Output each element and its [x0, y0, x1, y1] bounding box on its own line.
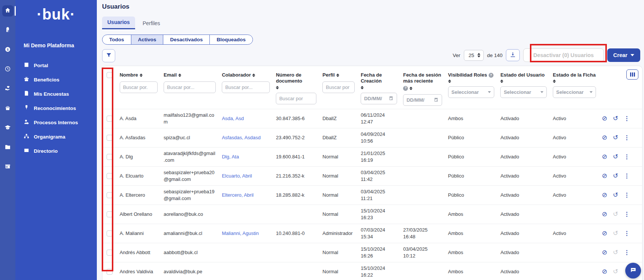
rail-home-button[interactable] [2, 5, 14, 17]
colaborador-link[interactable]: Malianni, Agustin [222, 230, 259, 236]
reset-icon[interactable]: ↺ [613, 192, 618, 198]
kebab-menu-icon[interactable]: ⋮ [624, 173, 630, 179]
row-checkbox[interactable] [107, 116, 113, 122]
kebab-menu-icon[interactable]: ⋮ [624, 230, 630, 236]
row-checkbox[interactable] [107, 250, 113, 256]
sort-icon[interactable] [336, 74, 339, 77]
sort-icon[interactable] [500, 80, 503, 83]
column-header-estado-usuario[interactable]: Estado del Usuario [500, 72, 545, 78]
filter-button[interactable] [102, 49, 115, 62]
rail-tasks-button[interactable] [2, 25, 14, 36]
sort-icon[interactable] [361, 86, 364, 89]
rail-education-button[interactable] [2, 122, 14, 134]
sidebar-item-mis-encuestas[interactable]: Mis Encuestas [15, 87, 97, 101]
sidebar-item-organigrama[interactable]: Organigrama [15, 129, 97, 144]
block-user-icon[interactable]: ⊘ [602, 268, 607, 275]
colaborador-link[interactable]: Asda, Asd [222, 116, 244, 121]
column-header-estado-ficha[interactable]: Estado de la Ficha [553, 72, 596, 78]
reset-icon[interactable]: ↺ [613, 230, 618, 236]
numero-filter-input[interactable] [276, 93, 316, 104]
reset-icon[interactable]: ↺ [613, 134, 618, 141]
row-checkbox[interactable] [107, 173, 113, 179]
sort-icon[interactable] [553, 80, 556, 83]
column-header-nombre[interactable]: Nombre [120, 72, 138, 78]
column-header-fecha-creacion[interactable]: Fecha de Creación [361, 72, 397, 84]
reset-icon[interactable]: ↺ [613, 211, 618, 217]
kebab-menu-icon[interactable]: ⋮ [624, 250, 630, 256]
row-checkbox[interactable] [107, 230, 113, 236]
fecha-sesion-date-input[interactable]: DD/MM/ [403, 94, 442, 106]
select-all-checkbox[interactable] [107, 72, 113, 78]
info-icon[interactable]: ? [489, 73, 494, 78]
download-button[interactable] [506, 49, 520, 61]
segment-activos[interactable]: Activos [131, 35, 164, 44]
tab-perfiles[interactable]: Perfiles [137, 18, 166, 29]
sort-icon[interactable] [252, 74, 255, 77]
segment-todos[interactable]: Todos [102, 35, 131, 44]
sidebar-item-portal[interactable]: Portal [15, 58, 97, 72]
estado-ficha-select[interactable]: Seleccionar [553, 86, 596, 98]
fecha-creacion-date-input[interactable]: DD/MM/ [361, 93, 397, 104]
rail-time-button[interactable] [2, 64, 14, 75]
reset-icon[interactable]: ↺ [613, 173, 618, 179]
tab-usuarios[interactable]: Usuarios [102, 17, 135, 29]
page-size-select[interactable]: 25 [464, 50, 484, 61]
reset-icon[interactable]: ↺ [613, 268, 618, 275]
row-checkbox[interactable] [107, 269, 113, 275]
row-checkbox[interactable] [107, 211, 113, 217]
rail-store-button[interactable] [2, 161, 14, 173]
block-user-icon[interactable]: ⊘ [602, 115, 607, 122]
email-filter-input[interactable] [164, 81, 216, 93]
crear-button[interactable]: Crear [607, 48, 640, 62]
column-settings-button[interactable] [626, 69, 638, 80]
block-user-icon[interactable]: ⊘ [602, 230, 607, 236]
desactivar-usuarios-button[interactable]: Desactivar (0) Usuarios [523, 48, 604, 62]
sort-icon[interactable] [409, 87, 412, 90]
sidebar-item-beneficios[interactable]: Beneficios [15, 72, 97, 87]
column-header-perfil[interactable]: Perfil [322, 72, 335, 78]
column-header-numero-documento[interactable]: Número de documento [276, 72, 316, 84]
info-icon[interactable]: ? [403, 86, 408, 91]
block-user-icon[interactable]: ⊘ [602, 192, 607, 198]
rail-folder-button[interactable] [2, 142, 14, 153]
rail-money-button[interactable]: $ [2, 44, 14, 56]
sidebar-item-reconocimientos[interactable]: Reconocimientos [15, 101, 97, 115]
kebab-menu-icon[interactable]: ⋮ [624, 116, 630, 122]
kebab-menu-icon[interactable]: ⋮ [624, 154, 630, 160]
estado-usuario-select[interactable]: Seleccionar [500, 86, 547, 98]
row-checkbox[interactable] [107, 154, 113, 160]
row-checkbox[interactable] [107, 192, 113, 198]
block-user-icon[interactable]: ⊘ [602, 134, 607, 141]
block-user-icon[interactable]: ⊘ [602, 249, 607, 256]
visibilidad-select[interactable]: Seleccionar [448, 86, 495, 98]
sidebar-item-directorio[interactable]: Directorio [15, 144, 97, 158]
reset-icon[interactable]: ↺ [613, 249, 618, 256]
rail-recognition-button[interactable] [2, 83, 14, 95]
sort-icon[interactable] [178, 74, 181, 77]
segment-desactivados[interactable]: Desactivados [163, 35, 210, 44]
colaborador-link[interactable]: Eltercero, Abril [222, 192, 254, 198]
perfil-filter-input[interactable] [322, 81, 355, 93]
sort-icon[interactable] [276, 86, 279, 89]
sort-icon[interactable] [448, 80, 451, 83]
column-header-fecha-sesion[interactable]: Fecha de sesión más reciente [403, 72, 442, 84]
row-checkbox[interactable] [107, 135, 113, 141]
reset-icon[interactable]: ↺ [613, 115, 618, 122]
reset-icon[interactable]: ↺ [613, 154, 618, 160]
sidebar-item-procesos-internos[interactable]: Procesos Internos [15, 115, 97, 129]
segment-bloqueados[interactable]: Bloqueados [210, 35, 252, 44]
nombre-filter-input[interactable] [120, 81, 158, 93]
block-user-icon[interactable]: ⊘ [602, 154, 607, 160]
colaborador-link[interactable]: Elcuarto, Abril [222, 173, 252, 179]
kebab-menu-icon[interactable]: ⋮ [624, 192, 630, 198]
block-user-icon[interactable]: ⊘ [602, 211, 607, 217]
colaborador-link[interactable]: Dlg, Ata [222, 154, 239, 160]
rail-benefits-button[interactable] [2, 103, 14, 114]
block-user-icon[interactable]: ⊘ [602, 173, 607, 179]
kebab-menu-icon[interactable]: ⋮ [624, 211, 630, 217]
kebab-menu-icon[interactable]: ⋮ [624, 135, 630, 141]
chat-widget-button[interactable] [625, 263, 641, 278]
column-header-email[interactable]: Email [164, 72, 177, 78]
sort-icon[interactable] [140, 74, 143, 77]
colaborador-link[interactable]: Asfasdas, Asdasd [222, 135, 260, 140]
